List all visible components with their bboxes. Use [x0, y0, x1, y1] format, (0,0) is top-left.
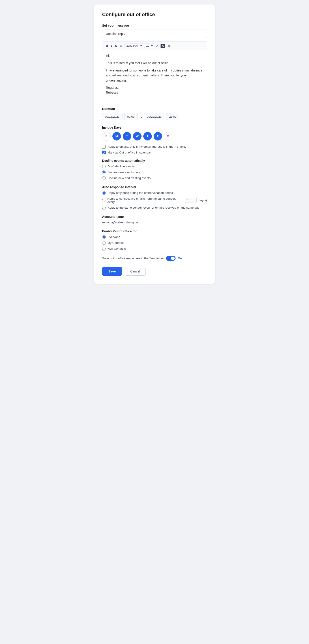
- decline-radio-2[interactable]: [102, 176, 106, 180]
- italic-button[interactable]: I: [110, 44, 113, 48]
- button-row: Save Cancel: [102, 267, 207, 276]
- enable-radio-0[interactable]: [102, 235, 106, 239]
- auto-radio-0[interactable]: [102, 191, 106, 195]
- sent-folder-label: Save out of office responses in the Sent…: [102, 256, 164, 260]
- decline-label-2: Decline new and existing events: [107, 176, 151, 180]
- enable-option-1: My Contacts: [102, 241, 207, 245]
- account-name-label: Account name: [102, 215, 207, 218]
- font-color-button[interactable]: A: [155, 44, 159, 48]
- day-circle-3[interactable]: W: [133, 132, 142, 140]
- decline-radio-0[interactable]: [102, 165, 106, 168]
- enable-option-2: Non Contacts: [102, 247, 207, 250]
- editor-body[interactable]: Hi, This is to inform you that I will be…: [102, 50, 207, 100]
- auto-radio-2[interactable]: [102, 206, 106, 210]
- toggle-on-label: On: [178, 256, 182, 260]
- day-circle-4[interactable]: T: [143, 132, 152, 140]
- days-input[interactable]: [185, 198, 197, 203]
- enable-label-2: Non Contacts: [107, 247, 126, 250]
- decline-events-label: Decline events automatically: [102, 159, 207, 162]
- reply-to-field-row: Reply to emails, only if my email addres…: [102, 145, 207, 148]
- decline-option-1: Decline new events only: [102, 170, 207, 174]
- days-row: SMTWTFS: [102, 132, 207, 140]
- account-email: rebecca@zylkertraining.com: [102, 221, 207, 224]
- reply-to-field-label: Reply to emails, only if my email addres…: [107, 145, 186, 148]
- page-title: Configure out of office: [102, 12, 207, 18]
- configure-out-of-office-card: Configure out of office Set your message…: [94, 4, 215, 284]
- auto-option-2: Reply to the same sender, even for email…: [102, 206, 207, 210]
- auto-label-0: Reply only once during the entire vacati…: [107, 191, 173, 194]
- mark-calendar-label: Mark as Out of office in calendar: [107, 151, 151, 154]
- auto-option-1: Reply to consecutive emails from the sam…: [102, 197, 207, 204]
- start-time[interactable]: 00:00: [124, 113, 137, 120]
- enable-option-0: Everyone: [102, 235, 207, 239]
- sent-folder-row: Save out of office responses in the Sent…: [102, 256, 207, 261]
- day-circle-1[interactable]: M: [112, 132, 121, 140]
- days-suffix: day(s): [198, 198, 207, 202]
- toggle-slider: [166, 256, 176, 261]
- bold-button[interactable]: B: [105, 44, 109, 48]
- mark-calendar-row: Mark as Out of office in calendar: [102, 151, 207, 154]
- enable-label-1: My Contacts: [107, 241, 124, 244]
- day-circle-5[interactable]: F: [154, 132, 162, 140]
- message-section-label: Set your message: [102, 24, 207, 27]
- auto-label-2: Reply to the same sender, even for email…: [107, 206, 199, 209]
- start-date[interactable]: 09/18/2023: [102, 113, 122, 120]
- editor-line-2: This is to inform you that I will be out…: [106, 60, 203, 66]
- cancel-button[interactable]: Cancel: [125, 267, 146, 276]
- editor-toolbar: B I U S zoho puvi 10 A A ≫: [102, 42, 207, 50]
- auto-response-group: Reply only once during the entire vacati…: [102, 191, 207, 210]
- end-date[interactable]: 09/22/2023: [144, 113, 164, 120]
- decline-label-1: Decline new events only: [107, 170, 140, 174]
- end-time[interactable]: 23:59: [166, 113, 179, 120]
- to-label: To: [139, 115, 142, 118]
- strikethrough-button[interactable]: S: [119, 44, 123, 48]
- enable-label-0: Everyone: [107, 235, 120, 239]
- enable-radio-1[interactable]: [102, 241, 106, 245]
- auto-response-label: Auto response interval: [102, 185, 207, 189]
- sent-folder-toggle[interactable]: [166, 256, 176, 261]
- rich-text-editor: B I U S zoho puvi 10 A A ≫ Hi, This is t…: [102, 41, 207, 101]
- expand-toolbar-button[interactable]: ≫: [167, 44, 171, 48]
- auto-option-0: Reply only once during the entire vacati…: [102, 191, 207, 195]
- enable-for-label: Enable Out of office for: [102, 230, 207, 233]
- font-size-select[interactable]: 10: [144, 43, 154, 48]
- auto-label-1: Reply to consecutive emails from the sam…: [107, 197, 181, 204]
- auto-radio-1[interactable]: [102, 198, 105, 202]
- save-button[interactable]: Save: [102, 267, 122, 276]
- decline-radio-1[interactable]: [102, 170, 106, 174]
- subject-input[interactable]: [102, 30, 207, 38]
- editor-line-1: Hi,: [106, 53, 203, 58]
- decline-option-2: Decline new and existing events: [102, 176, 207, 180]
- day-circle-0[interactable]: S: [102, 132, 111, 140]
- mark-calendar-checkbox[interactable]: [102, 151, 106, 154]
- duration-label: Duration: [102, 107, 207, 111]
- decline-option-0: Don't decline events: [102, 165, 207, 168]
- editor-line-3: I have arranged for someone to take care…: [106, 68, 203, 83]
- enable-radio-2[interactable]: [102, 247, 106, 250]
- editor-line-4: Regards, Rebecca: [106, 85, 203, 95]
- reply-to-field-checkbox[interactable]: [102, 145, 106, 148]
- font-family-select[interactable]: zoho puvi: [124, 43, 143, 48]
- decline-events-group: Don't decline eventsDecline new events o…: [102, 165, 207, 180]
- font-bg-button[interactable]: A: [161, 44, 165, 48]
- day-circle-2[interactable]: T: [123, 132, 131, 140]
- day-circle-6[interactable]: S: [164, 132, 172, 140]
- enable-for-group: EveryoneMy ContactsNon Contacts: [102, 235, 207, 250]
- include-days-label: Include Days: [102, 126, 207, 129]
- decline-label-0: Don't decline events: [107, 165, 135, 168]
- underline-button[interactable]: U: [114, 44, 118, 48]
- duration-row: 09/18/2023 00:00 To 09/22/2023 23:59: [102, 113, 207, 120]
